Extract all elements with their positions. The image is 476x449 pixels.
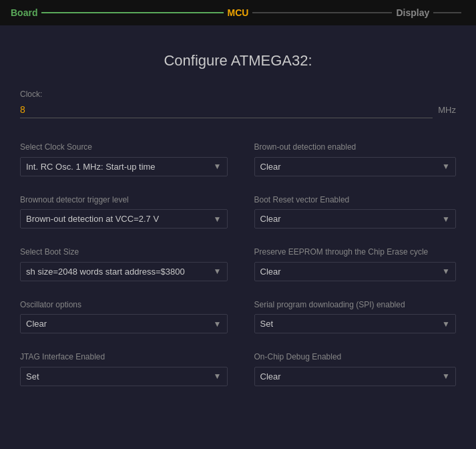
dropdown-select-boot-size[interactable]: sh size=2048 words start address=$3800Bo…	[21, 263, 227, 281]
nav-display-section[interactable]: Display	[248, 7, 465, 18]
config-label-select-boot-size: Select Boot Size	[20, 247, 228, 258]
dropdown-wrapper-select-clock-source: Int. RC Osc. 1 MHz: Start-up timeExt. Cr…	[20, 157, 228, 176]
config-label-select-clock-source: Select Clock Source	[20, 142, 228, 153]
dropdown-preserve-eeprom[interactable]: ClearSet	[255, 263, 456, 281]
dropdown-wrapper-preserve-eeprom: ClearSet▼	[254, 262, 457, 281]
dropdown-brown-out-detection[interactable]: ClearSet	[255, 158, 456, 176]
dropdown-wrapper-boot-reset-vector: ClearSet▼	[254, 209, 457, 229]
nav-end-line	[433, 12, 461, 13]
config-item-oscillator-options: Oscillator optionsClearSet▼	[20, 292, 238, 345]
config-label-preserve-eeprom: Preserve EEPROM through the Chip Erase c…	[254, 247, 457, 258]
dropdown-wrapper-on-chip-debug: ClearSet▼	[254, 367, 457, 386]
config-grid: Select Clock SourceInt. RC Osc. 1 MHz: S…	[20, 134, 456, 397]
dropdown-jtag-interface[interactable]: ClearSet	[21, 367, 227, 386]
config-item-preserve-eeprom: Preserve EEPROM through the Chip Erase c…	[238, 239, 457, 292]
nav-board-line	[41, 12, 223, 13]
dropdown-wrapper-jtag-interface: ClearSet▼	[20, 367, 228, 386]
config-item-boot-reset-vector: Boot Reset vector EnabledClearSet▼	[238, 187, 457, 240]
clock-input-row: MHz	[20, 102, 456, 118]
page-title: Configure ATMEGA32:	[20, 52, 456, 69]
dropdown-serial-program-downloading[interactable]: ClearSet	[255, 315, 456, 333]
nav-display-line	[252, 12, 392, 13]
config-item-on-chip-debug: On-Chip Debug EnabledClearSet▼	[238, 344, 457, 397]
config-label-brown-out-detection: Brown-out detection enabled	[254, 142, 457, 153]
config-label-serial-program-downloading: Serial program downloading (SPI) enabled	[254, 300, 457, 311]
dropdown-select-clock-source[interactable]: Int. RC Osc. 1 MHz: Start-up timeExt. Cr…	[21, 158, 227, 176]
dropdown-wrapper-oscillator-options: ClearSet▼	[20, 314, 228, 333]
config-label-on-chip-debug: On-Chip Debug Enabled	[254, 352, 457, 363]
top-nav: Board MCU Display	[0, 0, 476, 25]
main-content: Configure ATMEGA32: Clock: MHz Select Cl…	[0, 25, 476, 449]
config-item-jtag-interface: JTAG Interface EnabledClearSet▼	[20, 344, 238, 397]
config-label-boot-reset-vector: Boot Reset vector Enabled	[254, 195, 457, 206]
nav-board-section[interactable]: Board	[11, 7, 228, 18]
clock-input[interactable]	[20, 102, 433, 118]
config-item-brownout-trigger: Brownout detector trigger levelBrown-out…	[20, 187, 238, 240]
config-item-brown-out-detection: Brown-out detection enabledClearSet▼	[238, 134, 457, 187]
dropdown-boot-reset-vector[interactable]: ClearSet	[255, 210, 456, 228]
clock-unit: MHz	[438, 105, 456, 115]
nav-display-label[interactable]: Display	[396, 7, 429, 18]
config-label-brownout-trigger: Brownout detector trigger level	[20, 195, 228, 206]
config-label-jtag-interface: JTAG Interface Enabled	[20, 352, 228, 363]
clock-section: Clock: MHz	[20, 90, 456, 118]
dropdown-wrapper-serial-program-downloading: ClearSet▼	[254, 314, 457, 333]
config-item-select-boot-size: Select Boot Sizesh size=2048 words start…	[20, 239, 238, 292]
dropdown-wrapper-brown-out-detection: ClearSet▼	[254, 157, 457, 176]
dropdown-oscillator-options[interactable]: ClearSet	[21, 315, 227, 333]
nav-board-label[interactable]: Board	[11, 7, 37, 18]
dropdown-wrapper-select-boot-size: sh size=2048 words start address=$3800Bo…	[20, 262, 228, 281]
nav-mcu-label[interactable]: MCU	[228, 7, 249, 18]
config-item-serial-program-downloading: Serial program downloading (SPI) enabled…	[238, 292, 457, 345]
clock-label: Clock:	[20, 90, 456, 99]
config-item-select-clock-source: Select Clock SourceInt. RC Osc. 1 MHz: S…	[20, 134, 238, 187]
dropdown-on-chip-debug[interactable]: ClearSet	[255, 367, 456, 386]
dropdown-wrapper-brownout-trigger: Brown-out detection at VCC=2.7 VBrown-ou…	[20, 209, 228, 229]
config-label-oscillator-options: Oscillator options	[20, 300, 228, 311]
dropdown-brownout-trigger[interactable]: Brown-out detection at VCC=2.7 VBrown-ou…	[21, 210, 227, 228]
